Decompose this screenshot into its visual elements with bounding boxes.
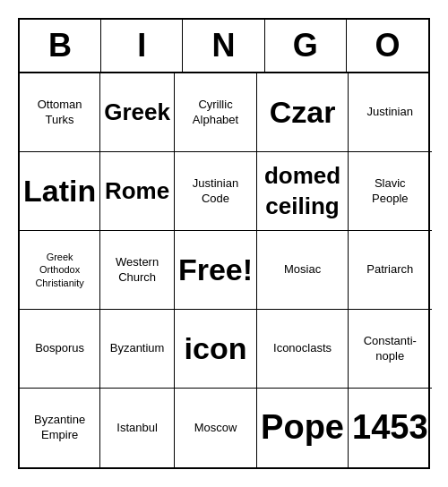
bingo-cell-12: Free! [175, 231, 257, 310]
bingo-cell-21: Istanbul [100, 389, 175, 467]
header-letter-g: G [265, 20, 347, 72]
bingo-cell-0: Ottoman Turks [20, 73, 100, 152]
bingo-cell-text-10: Greek Orthodox Christianity [35, 251, 83, 289]
bingo-cell-text-0: Ottoman Turks [38, 98, 82, 128]
bingo-cell-14: Patriarch [349, 231, 432, 310]
bingo-cell-text-23: Pope [261, 406, 344, 449]
bingo-cell-text-20: Byzantine Empire [34, 413, 85, 443]
bingo-cell-text-9: Slavic People [372, 176, 408, 207]
bingo-header: BINGO [20, 20, 428, 73]
bingo-card: BINGO Ottoman TurksGreekCyrillic Alphabe… [18, 18, 430, 469]
bingo-cell-text-17: icon [185, 329, 247, 368]
bingo-cell-text-8: domed ceiling [264, 161, 340, 222]
bingo-cell-17: icon [175, 310, 257, 389]
bingo-cell-18: Iconoclasts [257, 310, 349, 389]
header-letter-n: N [183, 20, 264, 72]
bingo-cell-text-24: 1453 [352, 406, 428, 449]
bingo-cell-11: Western Church [100, 231, 175, 310]
bingo-cell-1: Greek [100, 73, 175, 152]
bingo-cell-19: Constanti- nople [349, 310, 432, 389]
bingo-cell-text-3: Czar [270, 92, 336, 132]
bingo-cell-13: Mosiac [257, 231, 349, 310]
bingo-cell-text-16: Byzantium [110, 341, 165, 356]
bingo-cell-text-19: Constanti- nople [364, 334, 417, 364]
bingo-cell-text-7: Justinian Code [193, 176, 238, 207]
bingo-cell-text-5: Latin [23, 171, 96, 210]
bingo-cell-text-22: Moscow [194, 421, 237, 436]
bingo-cell-23: Pope [257, 389, 349, 467]
bingo-cell-10: Greek Orthodox Christianity [20, 231, 100, 310]
header-letter-b: B [20, 20, 101, 72]
bingo-cell-text-15: Bosporus [35, 341, 84, 356]
bingo-cell-3: Czar [257, 73, 349, 152]
bingo-cell-text-14: Patriarch [366, 262, 413, 278]
bingo-cell-4: Justinian [349, 73, 432, 152]
header-letter-o: O [347, 20, 428, 72]
bingo-cell-8: domed ceiling [257, 152, 349, 231]
bingo-cell-text-11: Western Church [116, 255, 159, 286]
bingo-cell-24: 1453 [349, 389, 432, 467]
bingo-cell-15: Bosporus [20, 310, 100, 389]
bingo-cell-9: Slavic People [349, 152, 432, 231]
bingo-cell-7: Justinian Code [175, 152, 257, 231]
bingo-cell-6: Rome [100, 152, 175, 231]
bingo-cell-text-2: Cyrillic Alphabet [193, 98, 238, 128]
bingo-cell-text-6: Rome [105, 176, 169, 207]
bingo-grid: Ottoman TurksGreekCyrillic AlphabetCzarJ… [20, 73, 428, 467]
bingo-cell-text-13: Mosiac [284, 262, 321, 278]
bingo-cell-text-18: Iconoclasts [273, 341, 332, 356]
header-letter-i: I [101, 20, 183, 72]
bingo-cell-2: Cyrillic Alphabet [175, 73, 257, 152]
bingo-cell-text-21: Istanbul [116, 421, 158, 436]
bingo-cell-22: Moscow [175, 389, 257, 467]
bingo-cell-text-12: Free! [178, 250, 253, 289]
bingo-cell-16: Byzantium [100, 310, 175, 389]
bingo-cell-text-4: Justinian [367, 105, 413, 120]
bingo-cell-20: Byzantine Empire [20, 389, 100, 467]
bingo-cell-5: Latin [20, 152, 100, 231]
bingo-cell-text-1: Greek [104, 98, 170, 128]
